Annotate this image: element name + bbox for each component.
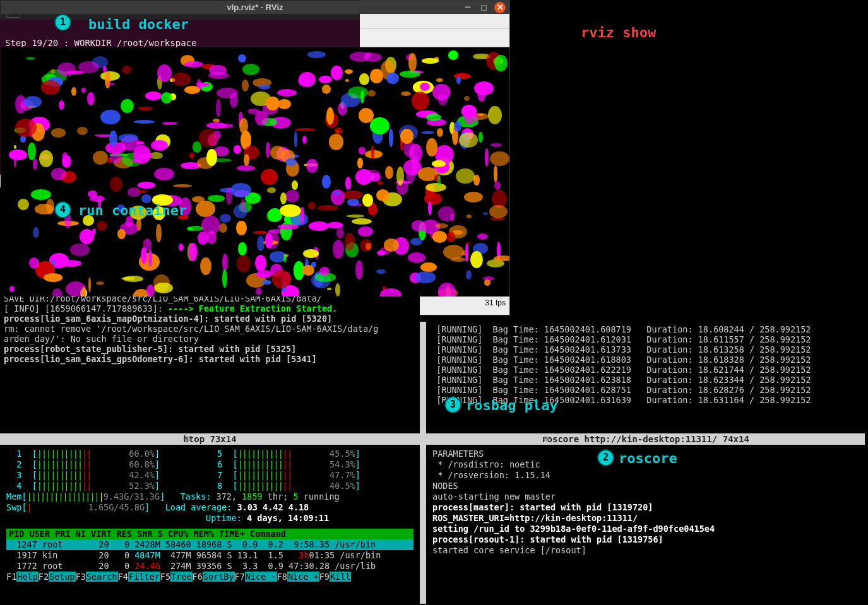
- rosbag-line: [RUNNING] Bag Time: 1645002401.628751 Du…: [431, 385, 860, 395]
- htop-process-row[interactable]: 1772 root 20 0 24.4G 274M 39356 S 3.3 0.…: [6, 561, 413, 572]
- minimize-icon[interactable]: ━: [462, 2, 473, 13]
- close-icon[interactable]: ✕: [494, 2, 506, 13]
- rviz-window[interactable]: vlp.rviz* - RViz ━ ◻ ✕ File Panels Help …: [0, 0, 510, 315]
- htop-header: PID USER PRI NI VIRT RES SHR S CPU% MEM%…: [6, 529, 413, 539]
- maximize-icon[interactable]: ◻: [478, 2, 489, 13]
- annotation-text-4: run container: [78, 203, 187, 218]
- rosbag-line: [RUNNING] Bag Time: 1645002401.618803 Du…: [431, 355, 860, 365]
- annotation-badge-2: 2: [597, 449, 614, 466]
- annotation-badge-3: 3: [444, 396, 461, 413]
- annotation-text-1: build docker: [88, 16, 189, 32]
- annotation-badge-1: 1: [54, 14, 71, 31]
- roscore-title: roscore http://kin-desktop:11311/ 74x14: [542, 434, 749, 444]
- rosbag-line: [RUNNING] Bag Time: 1645002401.612031 Du…: [431, 334, 860, 344]
- rviz-titlebar[interactable]: vlp.rviz* - RViz ━ ◻ ✕: [1, 1, 509, 14]
- rosbag-line: [RUNNING] Bag Time: 1645002401.608719 Du…: [431, 324, 860, 334]
- rosbag-line: [RUNNING] Bag Time: 1645002401.613733 Du…: [431, 344, 860, 355]
- rosbag-line: [RUNNING] Bag Time: 1645002401.622219 Du…: [431, 365, 860, 375]
- annotation-text-2: roscore: [619, 450, 677, 466]
- htop-pane[interactable]: ⊞htop 73x14 1 [||||||||||||60.0%] 2 [|||…: [0, 433, 420, 604]
- annotation-badge-4: 4: [54, 201, 71, 218]
- annotation-text-3: rosbag play: [466, 397, 558, 413]
- htop-fkeys[interactable]: F1HelpF2SetupF3SearchF4FilterF5TreeF6Sor…: [6, 572, 413, 582]
- rviz-title: vlp.rviz* - RViz: [227, 3, 283, 12]
- rviz-viewport[interactable]: [1, 47, 509, 297]
- annotation-text-rviz: rviz show: [581, 25, 656, 40]
- htop-process-row[interactable]: 1917 kin 20 0 4847M 477M 96584 S 13.1 1.…: [6, 550, 413, 561]
- htop-process-row[interactable]: 1247 root 20 0 2428M 58460 18968 S 0.0 0…: [6, 539, 413, 550]
- fps-label: 31 fps: [485, 298, 506, 311]
- rosbag-line: [RUNNING] Bag Time: 1645002401.623818 Du…: [431, 375, 860, 385]
